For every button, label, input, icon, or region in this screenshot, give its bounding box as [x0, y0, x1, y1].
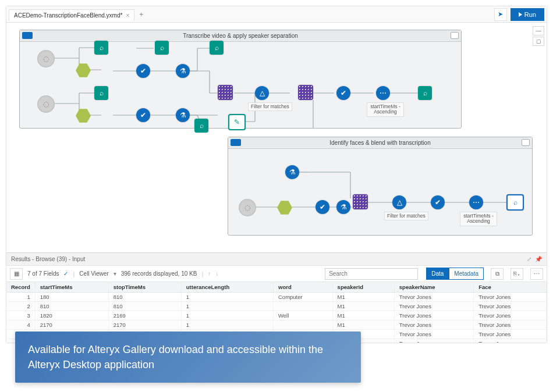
cell: Trevor Jones — [394, 293, 473, 302]
filter-tool[interactable]: △ — [255, 86, 269, 100]
sort-up-icon[interactable]: ↑ — [208, 270, 211, 277]
cell: Trevor Jones — [474, 311, 547, 320]
cell: Trevor Jones — [394, 311, 473, 320]
cell: Well — [274, 311, 333, 320]
cell: 810 — [108, 302, 181, 311]
minimize-icon[interactable]: — — [533, 26, 544, 35]
browse-tool[interactable]: ⌕ — [210, 41, 224, 55]
cell: Trevor Jones — [474, 320, 547, 330]
cell: Trevor Jones — [474, 339, 547, 344]
cell-viewer-dropdown[interactable]: Cell Viewer — [79, 270, 108, 277]
results-toolbar: ▦ 7 of 7 Fields ✓ | Cell Viewer ▾ 396 re… — [6, 266, 547, 282]
formula-tool[interactable]: ⚗ — [176, 64, 190, 78]
macro-tool[interactable] — [76, 63, 91, 78]
pin-icon[interactable]: 📌 — [535, 256, 542, 262]
output-browse-tool[interactable]: ⌕ — [506, 194, 524, 211]
container-identify[interactable]: Identify faces & blend with transcriptio… — [228, 137, 533, 236]
caption-overlay: Available for Alteryx Gallery download a… — [15, 332, 361, 383]
input-tool[interactable]: ◌ — [239, 199, 256, 216]
sort-tool[interactable]: ⋯ — [469, 195, 483, 209]
column-header[interactable]: startTimeMs — [35, 282, 108, 293]
browse-tool[interactable]: ⌕ — [155, 41, 169, 55]
browse-tool[interactable]: ⌕ — [418, 86, 432, 100]
workflow-canvas[interactable]: Transcribe video & apply speaker separat… — [6, 23, 547, 252]
filter-tool[interactable]: △ — [392, 195, 406, 209]
annotation-filter: Filter for matches — [384, 212, 428, 220]
browse-tool[interactable]: ⌕ — [194, 119, 208, 133]
metadata-tab[interactable]: Metadata — [449, 268, 484, 280]
container-toggle-icon[interactable] — [231, 139, 241, 146]
copy-button[interactable]: ⧉ — [491, 268, 504, 280]
cell — [274, 302, 333, 311]
fields-summary[interactable]: 7 of 7 Fields — [27, 270, 59, 277]
maximize-icon[interactable]: ▢ — [533, 37, 544, 46]
row-number: 3 — [6, 311, 35, 320]
macro-tool[interactable] — [76, 108, 91, 123]
table-row[interactable]: 11808101ComputerM1Trevor JonesTrevor Jon… — [6, 293, 547, 302]
formula-tool[interactable]: ⚗ — [285, 165, 299, 179]
cell: Trevor Jones — [394, 302, 473, 311]
cell: 2170 — [35, 320, 108, 330]
join-tool[interactable] — [353, 194, 368, 209]
container-collapse-icon[interactable] — [451, 32, 459, 39]
table-row[interactable]: 3182021691WellM1Trevor JonesTrevor Jones — [6, 311, 547, 320]
record-header[interactable]: Record — [6, 282, 35, 293]
macro-tool[interactable] — [277, 200, 292, 215]
input-tool[interactable]: ◌ — [37, 95, 55, 113]
formula-tool[interactable]: ⚗ — [336, 200, 350, 214]
cell: Trevor Jones — [474, 293, 547, 302]
sort-down-icon[interactable]: ↓ — [215, 270, 218, 277]
browse-tool[interactable]: ⌕ — [94, 41, 108, 55]
sort-tool[interactable]: ⋯ — [376, 86, 390, 100]
select-tool[interactable]: ✔ — [136, 64, 150, 78]
row-number: 1 — [6, 293, 35, 302]
browse-tool[interactable]: ⌕ — [94, 86, 108, 100]
column-header[interactable]: speakerId — [332, 282, 394, 293]
fields-check[interactable]: ✓ — [63, 270, 68, 277]
cell: M1 — [332, 302, 394, 311]
run-button[interactable]: Run — [511, 8, 544, 21]
cell: Trevor Jones — [474, 330, 547, 339]
add-tab-button[interactable]: + — [134, 8, 148, 21]
workflow-tab[interactable]: ACEDemo-TranscriptionFaceBlend.yxmd* × — [9, 9, 134, 21]
export-button[interactable]: ⎘▾ — [511, 268, 523, 280]
container-transcribe[interactable]: Transcribe video & apply speaker separat… — [19, 30, 462, 129]
column-header[interactable]: utteranceLength — [181, 282, 273, 293]
annotation-sort: startTimeMs - Ascending — [460, 212, 497, 226]
join-tool[interactable] — [298, 85, 313, 100]
pin-icon[interactable]: ⤢ — [527, 256, 531, 262]
close-icon[interactable]: × — [126, 12, 129, 19]
more-button[interactable]: ⋯ — [530, 268, 543, 280]
formula-tool[interactable]: ⚗ — [176, 108, 190, 122]
layout-toggle-button[interactable]: ▦ — [10, 268, 23, 280]
select-tool[interactable]: ✔ — [431, 195, 445, 209]
search-input[interactable] — [325, 268, 418, 280]
cell: 180 — [35, 293, 108, 302]
column-header[interactable]: stopTimeMs — [108, 282, 181, 293]
select-tool[interactable]: ✔ — [316, 200, 329, 214]
view-mode-pill: Data Metadata — [426, 268, 484, 280]
join-tool[interactable] — [218, 85, 233, 100]
run-fast-button[interactable]: ➤ — [494, 8, 507, 21]
cell — [274, 320, 333, 330]
column-header[interactable]: Face — [474, 282, 547, 293]
select-tool[interactable]: ✔ — [136, 108, 150, 122]
cell: 1 — [181, 320, 273, 330]
data-tab[interactable]: Data — [426, 268, 449, 280]
column-header[interactable]: word — [274, 282, 333, 293]
cell: Trevor Jones — [394, 320, 473, 330]
table-row[interactable]: 4217021701M1Trevor JonesTrevor Jones — [6, 320, 547, 330]
table-row[interactable]: 28108101M1Trevor JonesTrevor Jones — [6, 302, 547, 311]
canvas-maximize-controls: — ▢ — [533, 26, 544, 46]
comment-tool[interactable]: ✎ — [228, 114, 246, 130]
annotation-filter: Filter for matches — [248, 102, 292, 111]
select-tool[interactable]: ✔ — [336, 86, 350, 100]
row-number: 4 — [6, 320, 35, 330]
column-header[interactable]: speakerName — [394, 282, 473, 293]
container-collapse-icon[interactable] — [522, 139, 530, 146]
results-header-label: Results - Browse (39) - Input — [11, 256, 85, 262]
cell: Trevor Jones — [474, 302, 547, 311]
container-toggle-icon[interactable] — [22, 32, 33, 39]
input-tool[interactable]: ◌ — [37, 50, 55, 67]
cell: 1 — [181, 293, 273, 302]
